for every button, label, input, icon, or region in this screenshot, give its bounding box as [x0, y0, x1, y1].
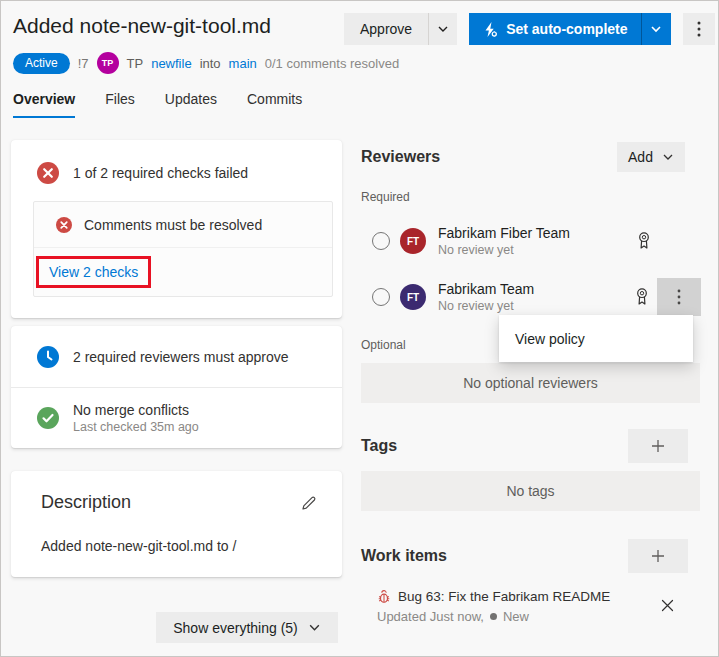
right-panel: Reviewers Add Required FT Fabrikam Fiber…: [361, 141, 701, 641]
reviewer-row: FT Fabrikam Fiber Team No review yet: [361, 222, 701, 260]
reviewers-section-header: Reviewers Add: [361, 141, 701, 173]
tab-updates[interactable]: Updates: [165, 91, 217, 118]
work-item-row: Bug 63: Fix the Fabrikam README Updated …: [361, 589, 701, 633]
work-item-title-link[interactable]: Bug 63: Fix the Fabrikam README: [398, 589, 610, 604]
plus-icon: [650, 438, 666, 454]
work-item-updated-text: Updated Just now,: [377, 609, 484, 624]
tab-overview[interactable]: Overview: [13, 91, 75, 118]
check-circle-icon: [37, 407, 59, 429]
status-row: Active !7 TP TP newfile into main 0/1 co…: [13, 51, 399, 75]
add-work-item-button[interactable]: [628, 539, 688, 573]
reviewer-avatar: FT: [400, 284, 426, 310]
tab-files[interactable]: Files: [105, 91, 135, 118]
set-auto-complete-label: Set auto-complete: [506, 21, 627, 37]
work-item-state-dot: [490, 613, 497, 620]
reviewers-heading: Reviewers: [361, 148, 440, 166]
required-reviewer-ribbon-icon: [635, 287, 649, 307]
author-avatar: TP: [97, 52, 119, 74]
bug-icon: [377, 590, 391, 604]
view-checks-link[interactable]: View 2 checks: [49, 264, 138, 280]
no-optional-reviewers-bar: No optional reviewers: [361, 363, 700, 403]
description-card: Description Added note-new-git-tool.md t…: [11, 471, 342, 577]
reviewer-status: No review yet: [438, 243, 637, 257]
reviewer-avatar: FT: [400, 228, 426, 254]
tags-section-header: Tags: [361, 429, 701, 463]
tab-commits[interactable]: Commits: [247, 91, 302, 118]
optional-label: Optional: [361, 338, 406, 352]
close-icon: [660, 598, 675, 613]
description-body: Added note-new-git-tool.md to /: [41, 538, 318, 554]
source-branch-link[interactable]: newfile: [151, 56, 191, 71]
auto-complete-button-group: Set auto-complete: [469, 13, 670, 45]
error-circle-icon: [37, 162, 59, 184]
approve-dropdown-button[interactable]: [428, 13, 457, 45]
tags-heading: Tags: [361, 437, 397, 455]
tab-bar: Overview Files Updates Commits: [13, 91, 302, 118]
edit-pencil-icon[interactable]: [300, 494, 318, 512]
error-circle-icon: [56, 217, 72, 233]
checks-summary: 1 of 2 required checks failed: [73, 165, 248, 181]
pull-request-page: Added note-new-git-tool.md Approve Set a…: [0, 0, 719, 657]
work-item-state-label: New: [503, 609, 529, 624]
reviewer-name: Fabrikam Team: [438, 281, 635, 297]
add-label: Add: [628, 149, 653, 165]
auto-complete-dropdown-button[interactable]: [641, 13, 671, 45]
add-reviewer-button[interactable]: Add: [617, 142, 685, 172]
menu-item-view-policy[interactable]: View policy: [515, 331, 585, 347]
failed-check-detail: Comments must be resolved: [84, 217, 262, 233]
set-auto-complete-button[interactable]: Set auto-complete: [469, 13, 640, 45]
into-label: into: [200, 56, 221, 71]
requirements-card: 2 required reviewers must approve No mer…: [11, 326, 342, 448]
required-label: Required: [361, 190, 410, 204]
add-tag-button[interactable]: [628, 429, 688, 463]
reviewer-vote-radio[interactable]: [372, 232, 390, 250]
status-badge: Active: [13, 53, 70, 74]
failed-check-box: Comments must be resolved View 2 checks: [33, 201, 333, 297]
auto-complete-bolt-icon: [482, 21, 498, 38]
vertical-ellipsis-icon: [697, 21, 701, 37]
chevron-down-icon: [308, 621, 321, 634]
vertical-ellipsis-icon: [677, 289, 681, 305]
merge-status-text: No merge conflicts: [73, 402, 199, 418]
checks-card: 1 of 2 required checks failed Comments m…: [11, 140, 342, 318]
chevron-down-icon: [662, 151, 674, 163]
merge-last-checked: Last checked 35m ago: [73, 420, 199, 434]
description-heading: Description: [41, 492, 131, 513]
conflict-indicator: !7: [78, 56, 89, 71]
reviewer-more-options-button[interactable]: [657, 278, 701, 316]
comments-resolved-status: 0/1 comments resolved: [265, 56, 399, 71]
more-options-button[interactable]: [683, 13, 715, 45]
plus-icon: [650, 548, 666, 564]
clock-icon: [37, 346, 59, 368]
author-name: TP: [127, 56, 144, 71]
annotation-highlight-box: View 2 checks: [36, 256, 151, 288]
page-title: Added note-new-git-tool.md: [13, 14, 271, 38]
show-everything-label: Show everything (5): [173, 620, 298, 636]
reviewer-status: No review yet: [438, 299, 635, 313]
reviewer-context-menu: View policy: [499, 315, 693, 362]
approve-button-group: Approve: [344, 13, 457, 45]
reviewers-rule-text: 2 required reviewers must approve: [73, 349, 289, 365]
approve-button[interactable]: Approve: [344, 13, 428, 45]
work-items-heading: Work items: [361, 547, 447, 565]
work-items-section-header: Work items: [361, 539, 701, 573]
header-actions: Approve Set auto-complete: [344, 13, 715, 45]
chevron-down-icon: [650, 23, 662, 35]
reviewer-vote-radio[interactable]: [372, 288, 390, 306]
required-reviewer-ribbon-icon: [637, 231, 651, 251]
no-tags-bar: No tags: [361, 471, 700, 511]
reviewer-row: FT Fabrikam Team No review yet: [361, 278, 701, 316]
reviewer-name: Fabrikam Fiber Team: [438, 225, 637, 241]
chevron-down-icon: [437, 23, 449, 35]
show-everything-button[interactable]: Show everything (5): [156, 612, 338, 643]
target-branch-link[interactable]: main: [229, 56, 257, 71]
remove-work-item-button[interactable]: [657, 595, 677, 615]
